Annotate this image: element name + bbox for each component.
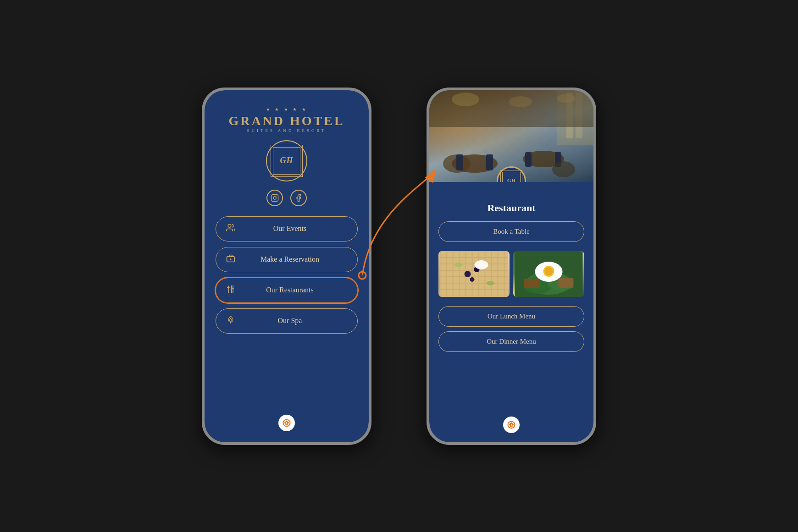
svg-rect-20	[486, 154, 493, 170]
food-grid	[438, 251, 584, 297]
social-row	[266, 190, 307, 206]
hotel-logo: GH	[266, 140, 307, 181]
left-phone: ★ ★ ★ ★ ★ GRAND HOTEL SUITES AND RESORT …	[202, 88, 371, 445]
instagram-icon[interactable]	[266, 190, 283, 206]
reservation-icon	[225, 254, 236, 265]
main-scene: ★ ★ ★ ★ ★ GRAND HOTEL SUITES AND RESORT …	[0, 0, 798, 532]
restaurants-button[interactable]: Our Restaurants	[216, 278, 358, 303]
restaurants-label: Our Restaurants	[243, 286, 337, 294]
facebook-icon[interactable]	[290, 190, 307, 206]
egg-food-image	[513, 251, 584, 297]
svg-point-3	[228, 224, 231, 227]
right-phone: GH Restaurant Book a Table	[427, 88, 596, 445]
reservation-label: Make a Reservation	[243, 255, 337, 263]
right-menu-buttons: Book a Table	[438, 221, 584, 352]
menu-buttons: Our Events Make a Reservation	[216, 216, 358, 334]
svg-rect-0	[272, 194, 278, 201]
book-table-label: Book a Table	[493, 228, 530, 235]
svg-rect-28	[440, 251, 508, 297]
waffle-food-image	[438, 251, 510, 297]
svg-rect-21	[525, 152, 532, 167]
logo-inner: GH	[271, 145, 303, 177]
dinner-menu-button[interactable]: Our Dinner Menu	[438, 331, 584, 352]
lunch-menu-label: Our Lunch Menu	[488, 313, 535, 320]
restaurant-logo-inner: GH	[500, 170, 522, 182]
svg-rect-43	[559, 278, 574, 288]
svg-point-33	[470, 277, 475, 282]
spa-label: Our Spa	[243, 317, 337, 325]
logo-gh-text: GH	[280, 156, 294, 165]
restaurants-icon	[225, 285, 236, 296]
svg-point-41	[545, 267, 553, 275]
svg-rect-22	[555, 152, 561, 167]
book-table-button[interactable]: Book a Table	[438, 221, 584, 242]
left-screen: ★ ★ ★ ★ ★ GRAND HOTEL SUITES AND RESORT …	[205, 90, 369, 442]
events-label: Our Events	[243, 225, 337, 233]
restaurant-logo-text: GH	[507, 177, 515, 182]
svg-rect-26	[429, 90, 593, 127]
restaurant-hero-image: GH	[429, 90, 593, 182]
reservation-button[interactable]: Make a Reservation	[216, 247, 358, 272]
left-bottom-logo	[278, 415, 295, 431]
events-icon	[225, 223, 236, 235]
right-bottom-logo	[503, 417, 520, 433]
spa-button[interactable]: Our Spa	[216, 308, 358, 334]
restaurant-title: Restaurant	[487, 202, 535, 214]
lunch-menu-button[interactable]: Our Lunch Menu	[438, 306, 584, 327]
svg-point-2	[276, 196, 277, 197]
hotel-stars: ★ ★ ★ ★ ★	[266, 107, 308, 112]
events-button[interactable]: Our Events	[216, 216, 358, 241]
svg-rect-19	[456, 154, 463, 170]
svg-point-1	[273, 197, 276, 199]
hotel-name: GRAND HOTEL	[228, 114, 344, 128]
svg-rect-42	[524, 279, 540, 288]
right-screen: GH Restaurant Book a Table	[429, 90, 593, 442]
right-content: Restaurant Book a Table	[429, 182, 593, 442]
spa-icon	[225, 315, 236, 327]
hotel-subtitle: SUITES AND RESORT	[247, 128, 327, 133]
svg-point-34	[475, 260, 488, 269]
svg-point-31	[465, 271, 471, 277]
dinner-menu-label: Our Dinner Menu	[487, 338, 536, 345]
